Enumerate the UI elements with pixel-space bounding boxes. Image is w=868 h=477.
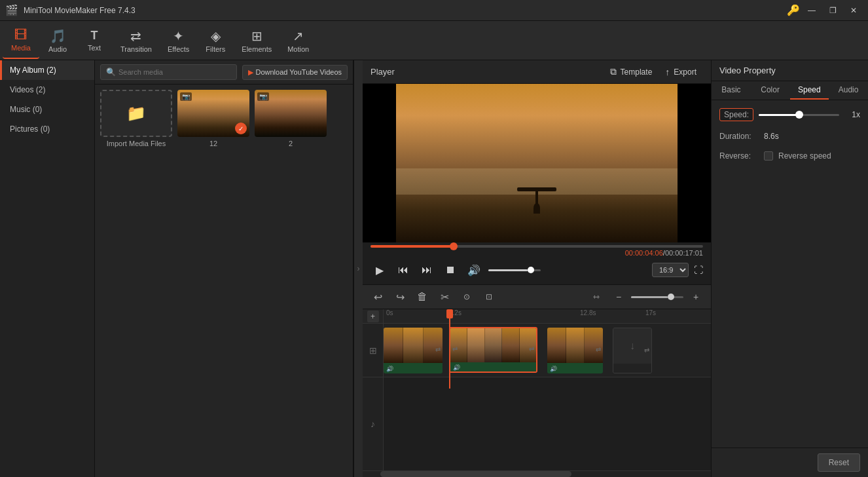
toolbar-text[interactable]: T Text <box>76 22 113 59</box>
reverse-checkbox[interactable] <box>764 151 773 161</box>
aspect-ratio-select[interactable]: 16:9 4:3 1:1 9:16 <box>652 263 689 277</box>
ruler-mark-0s: 0s <box>386 309 393 316</box>
zoom-in-button[interactable]: + <box>686 287 706 307</box>
sidebar-item-music[interactable]: Music (0) <box>0 100 94 119</box>
reset-button[interactable]: Reset <box>818 453 860 472</box>
video-track: 🔊 ⇄ 🔊 <box>384 324 711 377</box>
video-clip-4-placeholder[interactable]: ↓ ⇄ <box>613 328 652 373</box>
toolbar-elements[interactable]: ⊞ Elements <box>234 22 280 59</box>
time-current: 00:00:04:06 <box>625 249 663 257</box>
volume-slider[interactable] <box>488 269 541 271</box>
video-clip-1[interactable]: 🔊 ⇄ <box>384 328 443 373</box>
playhead-head <box>446 309 453 318</box>
toolbar-transition[interactable]: ⇄ Transition <box>113 22 160 59</box>
right-panel: Video Property Basic Color Speed Audio S… <box>711 60 868 477</box>
video-clip-2-icon: 📷 <box>257 92 269 101</box>
media-toolbar: 🔍 ▶ Download YouTube Videos <box>95 60 353 85</box>
time-total: 00:00:17:01 <box>665 249 703 257</box>
toolbar-effects[interactable]: ✦ Effects <box>160 22 197 59</box>
toolbar-audio-label: Audio <box>48 45 67 53</box>
sidebar-item-pictures[interactable]: Pictures (0) <box>0 119 94 139</box>
video-clip-icon: 📷 <box>180 92 192 101</box>
duration-value: 8.6s <box>764 132 779 141</box>
reverse-label: Reverse: <box>719 151 759 161</box>
zoom-thumb <box>668 294 674 300</box>
media-clip-2[interactable]: 📷 2 <box>255 90 327 472</box>
left-panel: My Album (2) Videos (2) Music (0) Pictur… <box>0 60 353 477</box>
playback-bar[interactable]: 00:00:04:06 / 00:00:17:01 <box>363 242 711 258</box>
elements-icon: ⊞ <box>251 28 262 44</box>
prev-frame-button[interactable]: ⏮ <box>394 261 412 279</box>
timeline-toolbar: ↩ ↪ 🗑 ✂ ⊙ ⊡ ⇿ − + <box>363 284 711 309</box>
fullscreen-button[interactable]: ⛶ <box>694 265 703 275</box>
play-button[interactable]: ▶ <box>371 261 389 279</box>
app-title: MiniTool MovieMaker Free 7.4.3 <box>24 6 787 15</box>
close-button[interactable]: ✕ <box>844 3 863 18</box>
template-icon: ⧉ <box>610 66 617 77</box>
volume-button[interactable]: 🔊 <box>465 261 483 279</box>
redo-button[interactable]: ↪ <box>390 287 410 307</box>
toolbar-media[interactable]: 🎞 Media <box>3 22 39 59</box>
selected-badge: ✓ <box>235 123 247 134</box>
zoom-fill <box>631 296 668 298</box>
restore-button[interactable]: ❐ <box>823 3 842 18</box>
search-input[interactable] <box>118 68 231 76</box>
detach-audio-button[interactable]: ⊙ <box>457 287 477 307</box>
split-tracks-button[interactable]: ⇿ <box>587 287 606 307</box>
zoom-out-button[interactable]: − <box>609 287 628 307</box>
music-track-icon: ♪ <box>371 419 375 429</box>
tab-speed[interactable]: Speed <box>790 81 829 100</box>
property-tabs: Basic Color Speed Audio <box>712 81 868 100</box>
property-content: Speed: 1x Duration: 8.6s Reverse: Revers… <box>712 100 868 448</box>
player-panel: Player ⧉ Template ↑ Export <box>363 60 711 284</box>
main-area: My Album (2) Videos (2) Music (0) Pictur… <box>0 60 868 477</box>
scrollbar-thumb[interactable] <box>380 471 572 477</box>
toolbar-text-label: Text <box>88 44 101 52</box>
timeline-ruler: 0s 4.2s 12.8s 17s <box>384 309 711 324</box>
cut-button[interactable]: ✂ <box>435 287 454 307</box>
toolbar-filters[interactable]: ◈ Filters <box>197 22 234 59</box>
template-button[interactable]: ⧉ Template <box>604 64 659 80</box>
undo-button[interactable]: ↩ <box>368 287 388 307</box>
video-clip-2-selected[interactable]: 🔊 ⇄ ⇄ <box>449 327 537 373</box>
stop-button[interactable]: ⏹ <box>441 261 460 279</box>
tab-color[interactable]: Color <box>751 81 790 100</box>
toolbar-motion[interactable]: ↗ Motion <box>280 22 317 59</box>
progress-track[interactable] <box>371 245 703 248</box>
tab-basic[interactable]: Basic <box>712 81 751 100</box>
toolbar-effects-label: Effects <box>168 45 189 53</box>
video-clip-3[interactable]: 🔊 ⇄ <box>547 328 603 373</box>
speed-row: Speed: 1x <box>719 108 860 121</box>
timeline-scrollbar[interactable] <box>363 470 711 477</box>
zoom-slider[interactable] <box>631 296 683 298</box>
sidebar-item-my-album[interactable]: My Album (2) <box>0 60 94 80</box>
toolbar-filters-label: Filters <box>206 45 225 53</box>
progress-thumb[interactable] <box>450 242 458 250</box>
toolbar-audio[interactable]: 🎵 Audio <box>39 22 76 59</box>
next-frame-button[interactable]: ⏭ <box>418 261 436 279</box>
youtube-download-button[interactable]: ▶ Download YouTube Videos <box>242 65 348 80</box>
clip1-right-arrow: ⇄ <box>435 346 441 353</box>
property-panel-title: Video Property <box>712 60 868 81</box>
minimize-button[interactable]: — <box>803 3 821 18</box>
delete-button[interactable]: 🗑 <box>412 287 432 307</box>
tab-audio[interactable]: Audio <box>829 81 868 100</box>
clip2-right-arrow: ⇄ <box>529 345 534 353</box>
timeline-content: 0s 4.2s 12.8s 17s <box>384 309 711 470</box>
playhead <box>449 309 450 389</box>
property-footer: Reset <box>712 448 868 477</box>
media-clip-12[interactable]: 📷 ✓ 12 <box>177 90 249 472</box>
panel-collapse-button[interactable]: › <box>353 60 363 477</box>
title-bar: 🎬 MiniTool MovieMaker Free 7.4.3 🔑 — ❐ ✕ <box>0 0 868 21</box>
ruler-mark-17s: 17s <box>645 309 656 316</box>
add-track-button[interactable]: + <box>367 311 379 322</box>
speed-slider[interactable] <box>759 114 839 116</box>
text-icon: T <box>91 29 98 43</box>
export-button[interactable]: ↑ Export <box>659 64 703 80</box>
speed-fill <box>759 114 799 116</box>
crop-button[interactable]: ⊡ <box>479 287 499 307</box>
import-media-item[interactable]: 📁 Import Media Files <box>100 90 172 472</box>
search-icon: 🔍 <box>106 67 116 77</box>
sidebar-item-videos[interactable]: Videos (2) <box>0 80 94 100</box>
audio-icon: 🎵 <box>50 28 66 44</box>
